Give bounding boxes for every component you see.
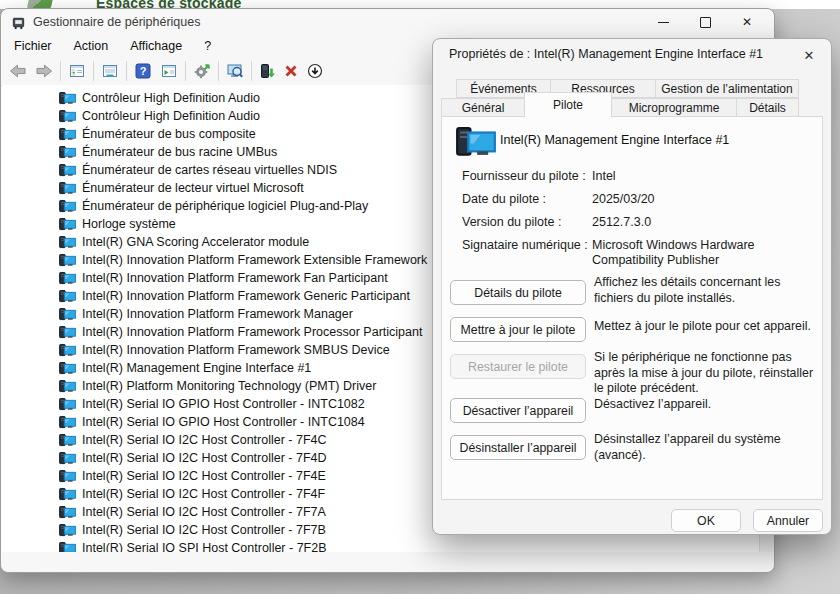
field-value-version: 2512.7.3.0 [592, 215, 814, 230]
system-device-icon [59, 506, 76, 519]
system-device-icon [59, 326, 76, 339]
system-device-icon [59, 200, 76, 213]
system-device-icon [59, 470, 76, 483]
system-device-icon [59, 164, 76, 177]
action-pane-icon [161, 63, 177, 79]
system-device-icon [59, 308, 76, 321]
update-driver-desc: Mettez à jour le pilote pour cet apparei… [594, 319, 818, 335]
toolbar-separator [185, 61, 186, 81]
toolbar-separator [218, 61, 219, 81]
action-pane-button[interactable] [156, 59, 182, 83]
tab-details[interactable]: Détails [736, 98, 799, 117]
screen: Espaces de stockage Gestionnaire de péri… [0, 0, 840, 594]
ok-button[interactable]: OK [671, 509, 741, 532]
toolbar-separator [93, 61, 94, 81]
console-tree-icon [69, 63, 85, 79]
device-manager-titlebar[interactable]: Gestionnaire de périphériques ✕ [1, 9, 774, 35]
device-manager-app-icon [11, 15, 26, 30]
disable-device-desc: Désactivez l’appareil. [594, 397, 818, 413]
disable-device-button[interactable] [303, 59, 327, 83]
system-device-icon [59, 344, 76, 357]
back-icon [9, 63, 27, 79]
field-value-fournisseur: Intel [592, 169, 814, 184]
field-label-fournisseur: Fournisseur du pilote : [462, 169, 586, 183]
system-device-icon [59, 254, 76, 267]
properties-dialog: Propriétés de : Intel(R) Management Engi… [432, 38, 832, 535]
close-icon: ✕ [804, 48, 815, 63]
properties-icon [102, 63, 118, 79]
field-label-signataire: Signataire numérique : [462, 238, 588, 252]
tab-gestion-alimentation[interactable]: Gestion de l’alimentation [655, 79, 799, 98]
roll-back-driver-desc: Si le périphérique ne fonctionne pas apr… [594, 350, 818, 397]
uninstall-device-desc: Désinstallez l’appareil du système (avan… [594, 432, 818, 463]
system-device-icon [59, 236, 76, 249]
toolbar-separator [126, 61, 127, 81]
forward-icon [35, 63, 53, 79]
field-value-date: 2025/03/20 [592, 192, 814, 207]
help-button[interactable]: ? [130, 59, 156, 83]
system-device-icon [59, 182, 76, 195]
update-driver-button[interactable] [255, 59, 279, 83]
system-device-icon [59, 524, 76, 537]
uninstall-icon [283, 63, 299, 79]
status-area [2, 552, 773, 571]
uninstall-device-button-dialog[interactable]: Désinstaller l’appareil [450, 435, 586, 460]
system-device-icon [59, 110, 76, 123]
system-device-icon [59, 362, 76, 375]
tab-general[interactable]: Général [441, 98, 525, 117]
properties-button[interactable] [97, 59, 123, 83]
menu-affichage[interactable]: Affichage [119, 37, 193, 55]
system-device-icon [59, 128, 76, 141]
driver-details-button[interactable]: Détails du pilote [450, 280, 586, 305]
menu-help[interactable]: ? [193, 37, 222, 55]
system-device-icon [59, 398, 76, 411]
window-title: Gestionnaire de périphériques [33, 15, 200, 29]
help-question-glyph: ? [140, 65, 147, 77]
close-icon: ✕ [742, 16, 752, 28]
driver-details-desc: Affichez les détails concernant les fich… [594, 275, 818, 306]
dialog-close-button[interactable]: ✕ [799, 45, 819, 65]
search-computer-icon [227, 63, 243, 79]
close-button[interactable]: ✕ [726, 9, 768, 35]
tab-microprogramme[interactable]: Microprogramme [611, 98, 737, 117]
roll-back-driver-button: Restaurer le pilote [450, 354, 586, 379]
disable-device-button-dialog[interactable]: Désactiver l’appareil [450, 398, 586, 423]
system-device-icon [59, 146, 76, 159]
scan-hardware-changes-button[interactable] [189, 59, 215, 83]
system-device-icon [59, 380, 76, 393]
menu-action[interactable]: Action [63, 37, 120, 55]
system-device-icon [59, 92, 76, 105]
device-name: Intel(R) Management Engine Interface #1 [500, 133, 729, 147]
tab-pilote[interactable]: Pilote [524, 92, 612, 117]
forward-button[interactable] [31, 59, 57, 83]
menu-fichier[interactable]: Fichier [3, 37, 63, 55]
system-device-icon [59, 290, 76, 303]
update-driver-icon [259, 63, 275, 79]
back-button[interactable] [5, 59, 31, 83]
field-value-signataire: Microsoft Windows Hardware Compatibility… [592, 238, 814, 268]
minimize-icon [658, 22, 669, 23]
cancel-button[interactable]: Annuler [753, 509, 823, 532]
system-device-icon [59, 272, 76, 285]
scan-hardware-icon [194, 63, 210, 79]
search-computer-button[interactable] [222, 59, 248, 83]
system-device-icon [59, 488, 76, 501]
field-label-version: Version du pilote : [462, 215, 561, 229]
toolbar-separator [60, 61, 61, 81]
toolbar-separator [251, 61, 252, 81]
driver-tab-panel: Intel(R) Management Engine Interface #1 … [441, 116, 823, 500]
show-console-tree-button[interactable] [64, 59, 90, 83]
maximize-icon [700, 17, 711, 28]
uninstall-device-button[interactable] [279, 59, 303, 83]
maximize-button[interactable] [684, 9, 726, 35]
system-device-icon [59, 416, 76, 429]
disable-icon [307, 63, 323, 79]
field-label-date: Date du pilote : [462, 192, 546, 206]
system-device-icon [59, 218, 76, 231]
system-device-icon [59, 434, 76, 447]
minimize-button[interactable] [642, 9, 684, 35]
device-icon [456, 127, 496, 158]
system-device-icon [59, 452, 76, 465]
dialog-title: Propriétés de : Intel(R) Management Engi… [449, 47, 763, 61]
update-driver-button-dialog[interactable]: Mettre à jour le pilote [450, 317, 586, 342]
